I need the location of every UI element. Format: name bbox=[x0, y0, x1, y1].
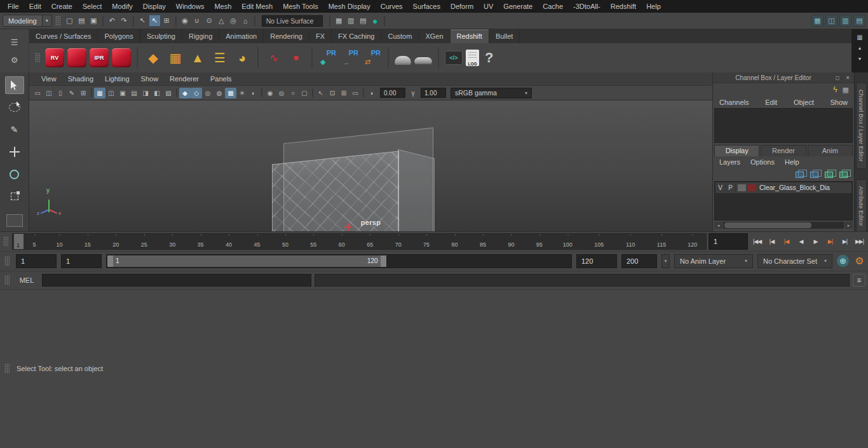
paint-select-tool[interactable]: ✎ bbox=[5, 121, 24, 139]
lasso-tool[interactable] bbox=[5, 98, 24, 116]
side-panel-tab[interactable]: Channel Box / Layer Editor bbox=[856, 83, 867, 169]
viewport-toolbar-icon[interactable]: ▩ bbox=[225, 88, 236, 98]
move-tool[interactable] bbox=[5, 143, 24, 161]
statusline-icon[interactable]: ⌂ bbox=[240, 15, 252, 27]
rotate-tool[interactable] bbox=[5, 165, 24, 183]
viewport-toolbar-icon[interactable]: ▤ bbox=[128, 88, 140, 98]
layer-visibility-toggle[interactable]: V bbox=[715, 183, 726, 193]
side-panel-tab[interactable]: Attribute Editor bbox=[856, 179, 867, 233]
command-language-toggle[interactable]: MEL bbox=[15, 276, 39, 284]
rs-texture-icon[interactable]: ▦ bbox=[166, 48, 185, 68]
menu-item[interactable]: Create bbox=[46, 0, 78, 13]
move-layer-down-icon[interactable] bbox=[810, 172, 818, 178]
shelf-overflow-icon[interactable]: ▦ bbox=[855, 33, 865, 41]
exposure-icon[interactable]: ◐ bbox=[367, 88, 378, 98]
character-set-dropdown[interactable]: No Character Set ▾ bbox=[757, 254, 832, 268]
channel-box-menu-item[interactable]: Channels bbox=[719, 98, 749, 106]
redshift-render-icon[interactable] bbox=[67, 48, 86, 67]
viewport-toolbar-icon[interactable]: ☀ bbox=[236, 88, 248, 98]
scroll-left-icon[interactable]: ◂ bbox=[714, 222, 722, 229]
viewport-toolbar-icon[interactable]: ▭ bbox=[349, 88, 361, 98]
scroll-right-icon[interactable]: ▸ bbox=[844, 222, 853, 229]
colorspace-dropdown[interactable]: sRGB gamma ▾ bbox=[451, 88, 532, 98]
create-empty-layer-icon[interactable] bbox=[825, 172, 833, 178]
viewport-toolbar-icon[interactable]: ▧ bbox=[163, 88, 174, 98]
anim-layer-dropdown[interactable]: No Anim Layer ▾ bbox=[674, 254, 753, 268]
create-layer-from-selected-icon[interactable] bbox=[839, 172, 848, 178]
menu-set-dropdown[interactable]: Modeling ▾ bbox=[3, 15, 52, 27]
range-start-handle[interactable] bbox=[107, 255, 113, 267]
viewport-toolbar-icon[interactable]: ◧ bbox=[151, 88, 163, 98]
script-editor-icon[interactable]: ≣ bbox=[853, 274, 865, 287]
menu-item[interactable]: Mesh Tools bbox=[278, 0, 323, 13]
menu-item[interactable]: File bbox=[3, 0, 24, 13]
shelf-tab[interactable]: FX bbox=[309, 29, 332, 43]
layer-editor-menu-item[interactable]: Options bbox=[750, 158, 775, 166]
viewport-toolbar-icon[interactable]: ◫ bbox=[105, 88, 117, 98]
range-grip[interactable] bbox=[4, 256, 10, 266]
rs-log-icon[interactable]: LOG bbox=[466, 50, 479, 66]
shelf-menu-icon[interactable]: ☰ bbox=[8, 37, 22, 47]
rs-help-icon[interactable]: ? bbox=[482, 50, 496, 66]
help-grip[interactable] bbox=[4, 363, 10, 374]
gamma-icon[interactable]: γ bbox=[407, 88, 419, 98]
rs-proxy-convert-icon[interactable]: PR ⇄ bbox=[363, 48, 382, 67]
menu-item[interactable]: Edit Mesh bbox=[236, 0, 278, 13]
menu-item[interactable]: -3DtoAll- bbox=[568, 0, 606, 13]
viewport-canvas[interactable]: y x z persp bbox=[29, 100, 712, 231]
viewport-toolbar-icon[interactable]: ◆ bbox=[179, 88, 191, 98]
move-layer-up-icon[interactable] bbox=[796, 172, 804, 178]
menu-item[interactable]: Generate bbox=[498, 0, 538, 13]
rs-light-icon[interactable]: ▲ bbox=[188, 48, 207, 68]
shelf-grip[interactable] bbox=[35, 53, 40, 63]
redshift-ipr-icon[interactable]: IPR bbox=[90, 48, 109, 67]
render-icon[interactable]: ▦ bbox=[333, 15, 345, 27]
menu-item[interactable]: Select bbox=[78, 0, 107, 13]
viewport-toolbar-icon[interactable]: ◫ bbox=[43, 88, 55, 98]
statusline-icon[interactable]: ⊞ bbox=[161, 15, 173, 27]
menu-item[interactable]: Windows bbox=[171, 0, 210, 13]
menu-item[interactable]: Modify bbox=[107, 0, 137, 13]
select-tool[interactable] bbox=[5, 76, 24, 94]
menu-item[interactable]: Deform bbox=[445, 0, 478, 13]
render-icon[interactable]: ▤ bbox=[357, 15, 369, 27]
viewport-toolbar-icon[interactable]: ⊞ bbox=[338, 88, 349, 98]
layer-editor-tab[interactable]: Display bbox=[714, 145, 759, 156]
animation-start-field[interactable]: 1 bbox=[16, 254, 57, 268]
viewport-toolbar-icon[interactable]: ◍ bbox=[214, 88, 225, 98]
rs-dome-light-icon[interactable]: ☰ bbox=[210, 48, 229, 68]
rs-proxy-import-icon[interactable]: PR → bbox=[341, 48, 360, 67]
menu-item[interactable]: Mesh bbox=[209, 0, 236, 13]
channel-list-area[interactable] bbox=[714, 108, 853, 143]
statusline-icon[interactable]: ↖ bbox=[137, 15, 149, 27]
viewport-toolbar-icon[interactable]: ○ bbox=[287, 88, 299, 98]
statusline-icon[interactable]: ◉ bbox=[179, 15, 191, 27]
viewport-toolbar-icon[interactable]: ◇ bbox=[191, 88, 202, 98]
animation-end-field[interactable]: 200 bbox=[621, 254, 657, 268]
rs-volume-icon[interactable] bbox=[395, 56, 411, 64]
workspace-icon[interactable]: ▦ bbox=[811, 15, 824, 27]
rs-shader-code-icon[interactable]: </> bbox=[445, 51, 463, 65]
viewport-toolbar-icon[interactable]: ⊞ bbox=[78, 88, 89, 98]
command-grip[interactable] bbox=[4, 275, 10, 285]
toolbar-grip[interactable] bbox=[55, 16, 60, 26]
manipulator-speed-icon[interactable]: ϟ bbox=[833, 85, 837, 94]
channel-box-menu-item[interactable]: Object bbox=[794, 98, 814, 106]
statusline-icon[interactable]: ▢ bbox=[64, 15, 76, 27]
viewport-menu-item[interactable]: Lighting bbox=[99, 72, 135, 86]
exposure-field[interactable]: 0.00 bbox=[380, 88, 405, 98]
viewport-toolbar-icon[interactable]: ▢ bbox=[299, 88, 310, 98]
layer-editor-tab[interactable]: Render bbox=[761, 145, 806, 156]
playback-button[interactable]: ▶▶| bbox=[852, 233, 867, 250]
menu-item[interactable]: Cache bbox=[538, 0, 568, 13]
viewport-menu-item[interactable]: Shading bbox=[62, 72, 99, 86]
statusline-icon[interactable]: ▣ bbox=[88, 15, 100, 27]
rs-material-icon[interactable]: ◆ bbox=[144, 48, 163, 68]
statusline-icon[interactable]: △ bbox=[215, 15, 227, 27]
float-panel-icon[interactable]: ◻ bbox=[834, 74, 841, 81]
statusline-icon[interactable]: ↖ bbox=[149, 15, 161, 27]
workspace-icon[interactable]: ▥ bbox=[839, 15, 851, 27]
range-slider-bar[interactable]: 1 120 bbox=[107, 255, 386, 267]
playback-button[interactable]: ▶| bbox=[823, 233, 837, 250]
shelf-tab[interactable]: Custom bbox=[382, 29, 419, 43]
